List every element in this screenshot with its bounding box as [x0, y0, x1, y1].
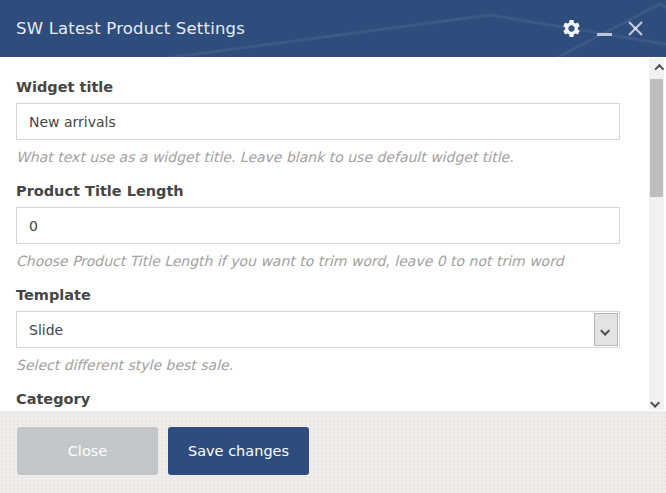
scroll-down-arrow[interactable]: [649, 392, 664, 410]
select-dropdown-button[interactable]: [594, 313, 618, 346]
settings-modal: SW Latest Product Settings Widget title: [0, 0, 666, 493]
template-help: Select different style best sale.: [16, 356, 620, 375]
title-length-label: Product Title Length: [16, 182, 620, 200]
modal-header: SW Latest Product Settings: [0, 0, 666, 57]
chevron-down-icon: [600, 326, 610, 336]
header-icons: [561, 18, 644, 39]
form-group-category: Category: [16, 390, 620, 408]
chevron-down-icon: [650, 397, 660, 407]
form-group-widget-title: Widget title What text use as a widget t…: [16, 78, 620, 167]
chevron-up-icon: [654, 63, 664, 73]
modal-footer: Close Save changes: [0, 411, 666, 493]
template-select-value: Slide: [29, 312, 63, 347]
title-length-input[interactable]: [16, 207, 620, 244]
scrollbar-track[interactable]: [649, 76, 664, 392]
modal-body: Widget title What text use as a widget t…: [0, 57, 666, 411]
title-length-help: Choose Product Title Length if you want …: [16, 252, 620, 271]
scrollbar[interactable]: [649, 58, 664, 410]
scrollbar-thumb[interactable]: [650, 79, 663, 197]
form-group-title-length: Product Title Length Choose Product Titl…: [16, 182, 620, 271]
template-select[interactable]: Slide: [16, 311, 620, 348]
template-label: Template: [16, 286, 620, 304]
close-icon[interactable]: [627, 20, 644, 37]
modal-title: SW Latest Product Settings: [16, 19, 245, 38]
widget-title-input[interactable]: [16, 103, 620, 140]
minimize-icon[interactable]: [597, 21, 612, 36]
close-button[interactable]: Close: [17, 427, 158, 475]
widget-title-help: What text use as a widget title. Leave b…: [16, 148, 620, 167]
form-group-template: Template Slide Select different style be…: [16, 286, 620, 375]
save-changes-button[interactable]: Save changes: [168, 427, 309, 475]
widget-title-label: Widget title: [16, 78, 620, 96]
category-label: Category: [16, 390, 620, 408]
scroll-up-arrow[interactable]: [649, 58, 664, 76]
gear-icon[interactable]: [561, 18, 582, 39]
